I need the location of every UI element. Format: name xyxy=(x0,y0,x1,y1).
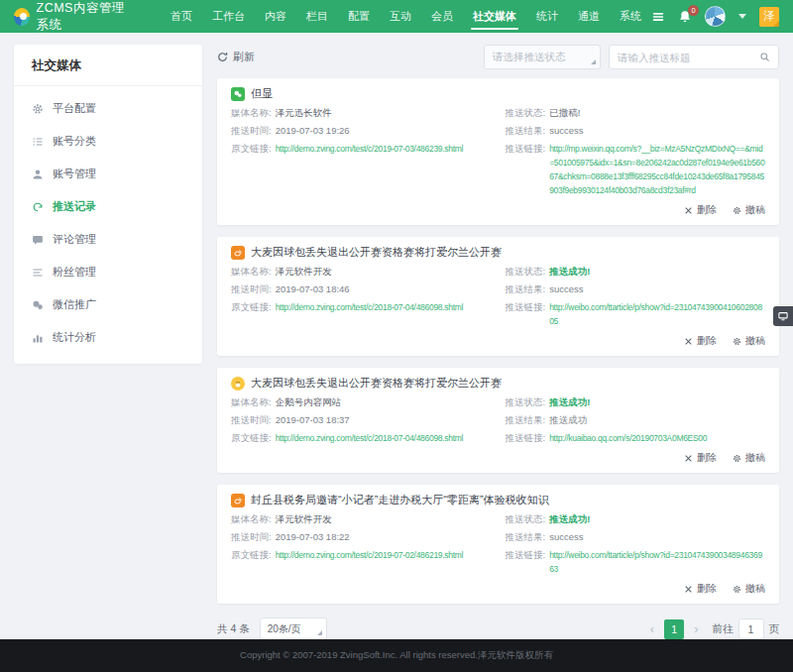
sidebar-item-stats-analysis[interactable]: 统计分析 xyxy=(14,321,202,354)
gear-icon xyxy=(733,337,741,346)
pager-controls: ‹ 1 › 前往 页 xyxy=(647,618,779,639)
push-link[interactable]: http://mp.weixin.qq.com/s?__biz=MzA5NzQz… xyxy=(549,142,765,197)
record-actions: 删除 撤稿 xyxy=(231,451,765,465)
push-time-label: 推送时间: xyxy=(231,124,272,138)
sidebar-item-account-manage[interactable]: 账号管理 xyxy=(14,158,202,190)
push-link-label: 推送链接: xyxy=(506,142,546,156)
source-link[interactable]: http://demo.zving.com/test/c/2018-07-04/… xyxy=(276,431,463,445)
retract-label: 撤稿 xyxy=(745,582,765,596)
nav-item-social-media[interactable]: 社交媒体 xyxy=(463,0,526,33)
sidebar: 社交媒体 平台配置 账号分类 账号管理 推送记录 评论管理 xyxy=(14,45,202,364)
record-actions: 删除 撤稿 xyxy=(231,334,765,348)
push-link-label: 推送链接: xyxy=(506,431,546,445)
search-icon[interactable] xyxy=(759,52,770,62)
source-link-label: 原文链接: xyxy=(231,300,272,314)
sidebar-item-comment-manage[interactable]: 评论管理 xyxy=(14,223,202,256)
zcms-logo-icon xyxy=(14,8,30,26)
retract-label: 撤稿 xyxy=(745,203,765,217)
push-link[interactable]: http://kuaibao.qq.com/s/20190703A0M6ES00 xyxy=(549,431,707,445)
push-record-card: 封丘县税务局邀请“小记者”走进办税大厅“零距离”体验税收知识 媒体名称:泽元软件… xyxy=(217,485,779,604)
push-status-value: 推送成功! xyxy=(549,512,590,526)
page-size-select[interactable]: 20条/页 xyxy=(260,617,327,639)
nav-item-member[interactable]: 会员 xyxy=(421,0,463,33)
nav-item-home[interactable]: 首页 xyxy=(161,0,202,33)
sidebar-item-fans-manage[interactable]: 粉丝管理 xyxy=(14,256,202,288)
push-result-value: success xyxy=(549,124,583,138)
search-input[interactable] xyxy=(618,52,754,63)
push-status-label: 推送状态: xyxy=(506,395,546,409)
sidebar-item-account-category[interactable]: 账号分类 xyxy=(14,125,202,158)
nav-item-statistics[interactable]: 统计 xyxy=(526,0,568,33)
next-page-button[interactable]: › xyxy=(691,619,701,639)
media-name-label: 媒体名称: xyxy=(231,265,272,279)
push-time-value: 2019-07-03 19:26 xyxy=(276,124,350,138)
delete-label: 删除 xyxy=(697,582,717,596)
dock-monitor-widget[interactable] xyxy=(773,306,793,326)
retract-button[interactable]: 撤稿 xyxy=(733,203,765,217)
toolbar-filters: 请选择推送状态 xyxy=(484,45,779,69)
body: 社交媒体 平台配置 账号分类 账号管理 推送记录 评论管理 xyxy=(0,33,793,639)
push-link[interactable]: http://weibo.com/ttarticle/p/show?id=231… xyxy=(549,548,765,576)
record-actions: 删除 撤稿 xyxy=(231,203,765,217)
source-link[interactable]: http://demo.zving.com/test/c/2018-07-04/… xyxy=(276,300,463,314)
retract-button[interactable]: 撤稿 xyxy=(733,582,765,596)
nav-item-content[interactable]: 内容 xyxy=(255,0,296,33)
pagination: 共 4 条 20条/页 ‹ 1 › 前往 页 xyxy=(217,617,779,639)
push-time-label: 推送时间: xyxy=(231,413,272,427)
chevron-down-icon[interactable] xyxy=(738,14,746,19)
source-link[interactable]: http://demo.zving.com/test/c/2019-07-03/… xyxy=(276,142,463,156)
sidebar-item-label: 微信推广 xyxy=(53,297,96,312)
nav-item-config[interactable]: 配置 xyxy=(338,0,380,33)
sidebar-item-platform-config[interactable]: 平台配置 xyxy=(14,92,202,125)
refresh-button[interactable]: 刷新 xyxy=(217,50,255,64)
sidebar-item-label: 账号管理 xyxy=(53,167,96,181)
retract-button[interactable]: 撤稿 xyxy=(733,334,765,348)
sidebar-item-wechat-promo[interactable]: 微信推广 xyxy=(14,288,202,321)
sidebar-title: 社交媒体 xyxy=(14,45,202,86)
sidebar-item-push-records[interactable]: 推送记录 xyxy=(14,190,202,223)
nav-item-interaction[interactable]: 互动 xyxy=(380,0,421,33)
media-name-label: 媒体名称: xyxy=(231,395,272,409)
source-link[interactable]: http://demo.zving.com/test/c/2019-07-02/… xyxy=(276,548,463,562)
media-name-label: 媒体名称: xyxy=(231,512,272,526)
refresh-label: 刷新 xyxy=(233,50,255,64)
close-icon xyxy=(684,585,693,594)
delete-button[interactable]: 删除 xyxy=(684,582,717,596)
delete-button[interactable]: 删除 xyxy=(684,334,717,348)
delete-label: 删除 xyxy=(697,451,717,465)
user-initial-badge[interactable]: 泽 xyxy=(759,7,779,27)
nav-item-workbench[interactable]: 工作台 xyxy=(202,0,255,33)
notifications-bell[interactable]: 0 xyxy=(678,10,692,24)
nav-item-column[interactable]: 栏目 xyxy=(296,0,338,33)
source-link-label: 原文链接: xyxy=(231,142,272,156)
push-result-value: success xyxy=(549,530,583,544)
hamburger-icon[interactable] xyxy=(651,10,665,24)
delete-button[interactable]: 删除 xyxy=(684,451,717,465)
toolbar: 刷新 请选择推送状态 xyxy=(217,45,779,69)
delete-button[interactable]: 删除 xyxy=(684,203,717,217)
history-icon xyxy=(32,201,44,213)
prev-page-button[interactable]: ‹ xyxy=(647,619,657,639)
goto-page-input[interactable] xyxy=(738,618,764,639)
nav-item-channel[interactable]: 通道 xyxy=(568,0,610,33)
penguin-icon xyxy=(231,377,245,391)
close-icon xyxy=(684,337,693,346)
push-status-select[interactable]: 请选择推送状态 xyxy=(484,45,601,69)
media-name-value: 泽元软件开发 xyxy=(276,265,332,279)
push-time-value: 2019-07-03 18:22 xyxy=(276,530,350,544)
push-result-value: success xyxy=(549,282,583,296)
push-link[interactable]: http://weibo.com/ttarticle/p/show?id=231… xyxy=(549,300,765,328)
user-icon xyxy=(32,168,44,180)
user-avatar[interactable] xyxy=(705,6,726,27)
source-link-label: 原文链接: xyxy=(231,431,272,445)
chat-bubbles-icon xyxy=(32,299,44,311)
nav-item-system[interactable]: 系统 xyxy=(610,0,651,33)
logo[interactable]: ZCMS内容管理系统 xyxy=(14,0,135,34)
sidebar-item-label: 推送记录 xyxy=(53,199,96,214)
retract-button[interactable]: 撤稿 xyxy=(733,451,765,465)
push-result-value: 推送成功 xyxy=(549,413,587,427)
push-link-label: 推送链接: xyxy=(506,300,546,314)
record-title-row: 大麦因球包丢失退出公开赛资格赛将打爱尔兰公开赛 xyxy=(231,376,765,391)
current-page-button[interactable]: 1 xyxy=(664,619,684,639)
sidebar-item-label: 粉丝管理 xyxy=(53,265,96,280)
